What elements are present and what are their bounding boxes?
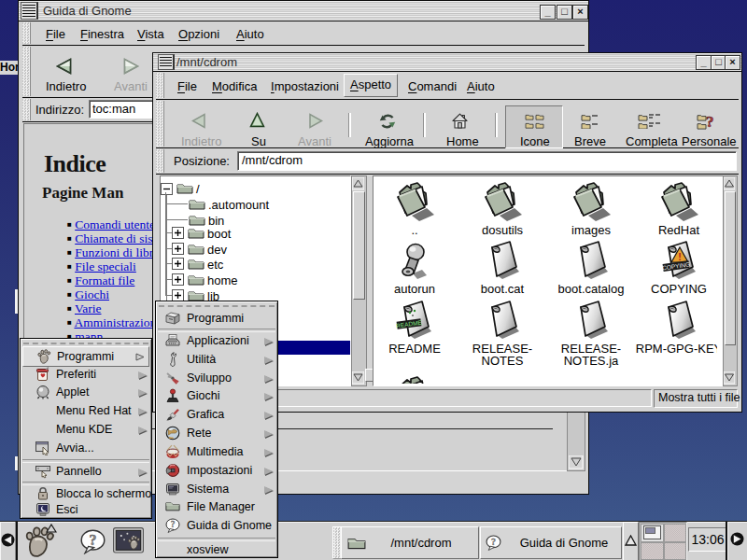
svg-text:!: ! <box>678 251 682 262</box>
svg-text:?: ? <box>706 113 714 130</box>
